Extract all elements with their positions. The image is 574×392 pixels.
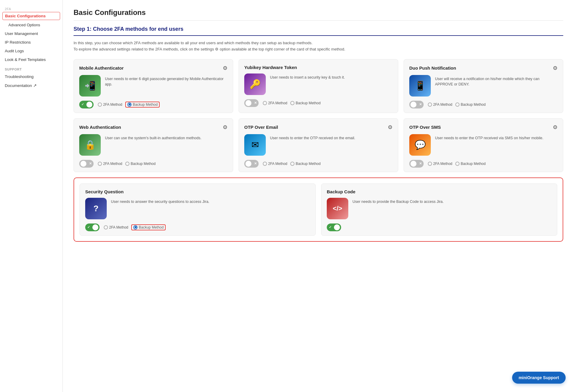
sidebar-item-advanced-options[interactable]: Advanced Options <box>0 21 62 29</box>
toggle-switch[interactable]: ✕ <box>409 101 424 108</box>
toggle-switch[interactable]: ✓ <box>79 101 94 108</box>
radio-group: 2FA MethodBackup Method <box>263 101 320 105</box>
card-description: User will receive a notification on his/… <box>435 75 558 88</box>
toggle-switch[interactable]: ✕ <box>409 160 424 168</box>
card-otp-email: OTP Over Email⚙✉User needs to enter the … <box>239 118 398 172</box>
sidebar-item-documentation[interactable]: Documentation ↗ <box>0 81 62 90</box>
gear-icon[interactable]: ⚙ <box>553 65 558 71</box>
card-description: User needs to provide the Backup Code to… <box>352 198 444 205</box>
radio-2fa-option[interactable]: 2FA Method <box>263 162 287 166</box>
card-header: Security Question <box>85 189 310 194</box>
radio-group: 2FA MethodBackup Method <box>428 102 486 107</box>
radio-2fa-option[interactable]: 2FA Method <box>98 162 122 166</box>
card-header: Duo Push Notification⚙ <box>409 65 558 71</box>
radio-backup-option[interactable]: Backup Method <box>290 162 320 166</box>
sidebar-item-look-feel[interactable]: Look & Feel Templates <box>0 55 62 64</box>
card-otp-sms: OTP Over SMS⚙💬User needs to enter the OT… <box>404 118 563 172</box>
gear-icon[interactable]: ⚙ <box>223 124 228 131</box>
page-title: Basic Configurations <box>74 8 563 17</box>
step-divider <box>74 35 563 36</box>
card-header: Yubikey Hardware Token <box>244 65 393 70</box>
radio-group: 2FA MethodBackup Method <box>98 102 160 108</box>
card-body: ✉User needs to enter the OTP received on… <box>244 134 393 156</box>
sidebar: 2FA Basic Configurations Advanced Option… <box>0 0 63 392</box>
card-footer: ✕2FA MethodBackup Method <box>79 160 228 168</box>
mobile-authenticator-icon: 📲 <box>79 75 101 97</box>
otp-sms-icon: 💬 <box>409 134 431 156</box>
card-backup-code: Backup Code</>User needs to provide the … <box>321 183 557 236</box>
card-footer: ✕2FA MethodBackup Method <box>244 160 393 168</box>
card-footer: ✕2FA MethodBackup Method <box>244 99 393 107</box>
radio-backup-option[interactable]: Backup Method <box>131 224 166 230</box>
step-title: Step 1: Choose 2FA methods for end users <box>74 26 563 32</box>
desc-line1: In this step, you can choose which 2FA m… <box>74 41 312 45</box>
card-header: OTP Over SMS⚙ <box>409 124 558 131</box>
support-button[interactable]: miniOrange Support <box>512 372 566 384</box>
radio-2fa-option[interactable]: 2FA Method <box>428 102 452 107</box>
description: In this step, you can choose which 2FA m… <box>74 40 563 53</box>
card-body: </>User needs to provide the Backup Code… <box>327 198 552 219</box>
card-description: User needs to enter the OTP received on … <box>270 134 355 141</box>
top-cards-grid: Mobile Authenticator⚙📲User needs to ente… <box>74 59 563 172</box>
radio-backup-option[interactable]: Backup Method <box>455 102 486 107</box>
card-description: User needs to answer the security questi… <box>111 198 209 205</box>
card-body: 📱User will receive a notification on his… <box>409 75 558 97</box>
yubikey-icon: 🔑 <box>244 74 266 95</box>
bottom-cards-highlighted: Security Question?User needs to answer t… <box>74 177 563 242</box>
card-body: 💬User needs to enter the OTP received vi… <box>409 134 558 156</box>
radio-2fa-option[interactable]: 2FA Method <box>263 101 287 105</box>
toggle-switch[interactable]: ✕ <box>244 99 259 107</box>
card-header: Mobile Authenticator⚙ <box>79 65 228 71</box>
card-web-authentication: Web Authentication⚙🔒User can use the sys… <box>74 118 233 172</box>
main-content: Basic Configurations Step 1: Choose 2FA … <box>63 0 574 392</box>
gear-icon[interactable]: ⚙ <box>223 65 228 71</box>
toggle-switch[interactable]: ✕ <box>244 160 259 168</box>
radio-backup-option[interactable]: Backup Method <box>125 162 155 166</box>
sidebar-item-audit-logs[interactable]: Audit Logs <box>0 47 62 55</box>
card-description: User can use the system's built-in authe… <box>105 134 201 141</box>
toggle-switch[interactable]: ✕ <box>79 160 94 168</box>
card-footer: ✓ <box>327 223 552 231</box>
sidebar-item-user-management[interactable]: User Management <box>0 29 62 38</box>
card-yubikey: Yubikey Hardware Token🔑User needs to ins… <box>239 59 398 113</box>
sidebar-item-troubleshooting[interactable]: Troubleshooting <box>0 72 62 81</box>
card-header: Backup Code <box>327 189 552 194</box>
radio-backup-option[interactable]: Backup Method <box>290 101 320 105</box>
radio-2fa-option[interactable]: 2FA Method <box>104 225 128 229</box>
radio-group: 2FA MethodBackup Method <box>98 162 155 166</box>
card-header: Web Authentication⚙ <box>79 124 228 131</box>
card-header: OTP Over Email⚙ <box>244 124 393 131</box>
gear-icon[interactable]: ⚙ <box>553 124 558 131</box>
card-description: User needs to insert a security key & to… <box>270 74 345 80</box>
sidebar-top-label: 2FA <box>0 5 62 11</box>
card-title: Duo Push Notification <box>409 65 456 71</box>
radio-backup-option[interactable]: Backup Method <box>455 162 486 166</box>
card-title: OTP Over SMS <box>409 125 441 130</box>
toggle-switch[interactable]: ✓ <box>85 223 100 231</box>
card-body: 🔒User can use the system's built-in auth… <box>79 134 228 156</box>
sidebar-item-basic-configurations[interactable]: Basic Configurations <box>2 12 60 20</box>
radio-group: 2FA MethodBackup Method <box>104 224 166 230</box>
card-title: Mobile Authenticator <box>79 65 124 71</box>
radio-2fa-option[interactable]: 2FA Method <box>98 102 122 107</box>
backup-code-icon: </> <box>327 198 348 219</box>
radio-group: 2FA MethodBackup Method <box>428 162 486 166</box>
gear-icon[interactable]: ⚙ <box>388 124 393 131</box>
radio-group: 2FA MethodBackup Method <box>263 162 320 166</box>
radio-2fa-option[interactable]: 2FA Method <box>428 162 452 166</box>
card-title: Web Authentication <box>79 125 121 130</box>
radio-backup-option[interactable]: Backup Method <box>125 102 160 108</box>
card-title: Backup Code <box>327 189 355 194</box>
card-footer: ✓2FA MethodBackup Method <box>85 223 310 231</box>
card-body: ?User needs to answer the security quest… <box>85 198 310 219</box>
section-divider <box>74 20 563 21</box>
toggle-switch[interactable]: ✓ <box>327 223 341 231</box>
otp-email-icon: ✉ <box>244 134 266 156</box>
card-footer: ✕2FA MethodBackup Method <box>409 101 558 108</box>
card-security-question: Security Question?User needs to answer t… <box>80 183 316 236</box>
sidebar-item-ip-restrictions[interactable]: IP Restrictions <box>0 38 62 47</box>
support-section-label: SUPPORT <box>0 64 62 72</box>
card-description: User needs to enter the OTP received via… <box>435 134 543 141</box>
card-title: Security Question <box>85 189 123 194</box>
web-authentication-icon: 🔒 <box>79 134 101 156</box>
